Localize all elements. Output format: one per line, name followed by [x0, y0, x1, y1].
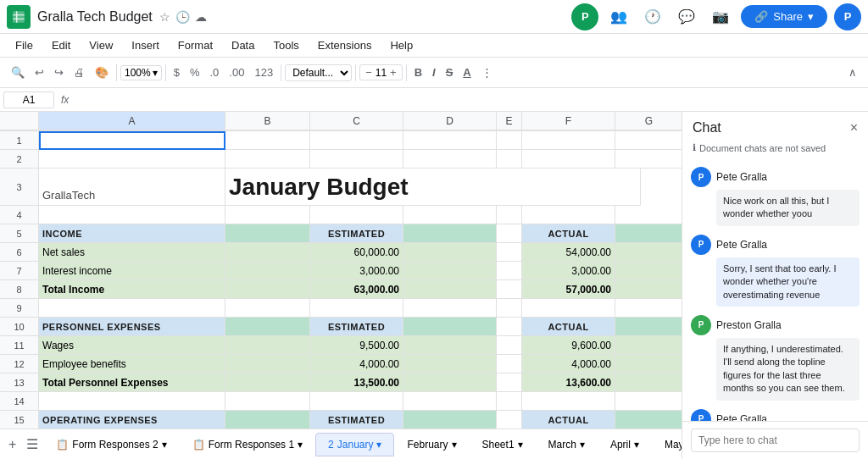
formula-input[interactable] [75, 91, 865, 108]
menu-edit[interactable]: Edit [43, 36, 79, 55]
cell-B9[interactable] [225, 299, 310, 318]
cell-F4[interactable] [522, 206, 615, 224]
currency-btn[interactable]: $ [170, 64, 184, 80]
history-icon[interactable]: 🕒 [175, 10, 190, 24]
cell-A1[interactable] [39, 131, 225, 150]
cell-D2[interactable] [403, 150, 497, 169]
print-btn[interactable]: 🖨 [70, 64, 89, 81]
cell-G9[interactable] [615, 299, 682, 318]
cell-D7[interactable] [403, 262, 497, 280]
menu-extensions[interactable]: Extensions [309, 36, 381, 55]
cell-E14[interactable] [497, 392, 522, 411]
cell-E2[interactable] [497, 150, 522, 169]
menu-data[interactable]: Data [223, 36, 263, 55]
cell-A14[interactable] [39, 392, 225, 411]
cell-D8[interactable] [403, 280, 497, 299]
col-header-B[interactable]: B [225, 112, 310, 130]
menu-format[interactable]: Format [170, 36, 221, 55]
cell-E10[interactable] [497, 318, 522, 336]
contacts-icon-btn[interactable]: 👥 [605, 3, 632, 30]
cell-A9[interactable] [39, 299, 225, 318]
sheet-tab-february[interactable]: February ▾ [394, 433, 469, 456]
share-button[interactable]: 🔗 Share ▾ [741, 5, 827, 28]
cell-F9[interactable] [522, 299, 615, 318]
cell-B6[interactable] [225, 243, 310, 262]
col-header-F[interactable]: F [522, 112, 615, 130]
cell-B1[interactable] [225, 131, 310, 150]
cell-E11[interactable] [497, 336, 522, 355]
cell-A15[interactable]: OPERATING EXPENSES [39, 411, 225, 429]
cell-G12[interactable] [615, 355, 682, 373]
cell-F12[interactable]: 4,000.00 [522, 355, 615, 373]
cell-C6[interactable]: 60,000.00 [310, 243, 403, 262]
sheet-tab-form-responses-2[interactable]: 📋 Form Responses 2 ▾ [43, 433, 179, 456]
user-avatar-p[interactable]: P [571, 3, 598, 30]
decimal1-btn[interactable]: .0 [206, 64, 224, 80]
cell-C14[interactable] [310, 392, 403, 411]
font-size-control[interactable]: − 11 + [359, 64, 403, 80]
cell-E1[interactable] [497, 131, 522, 150]
cell-A6[interactable]: Net sales [39, 243, 225, 262]
font-size-increase[interactable]: + [388, 66, 398, 79]
cell-B12[interactable] [225, 355, 310, 373]
cell-B8[interactable] [225, 280, 310, 299]
font-select[interactable]: Default... [285, 64, 352, 81]
spreadsheet-scroll[interactable]: A B C D E F G H I J 1 [0, 112, 682, 429]
number-format-btn[interactable]: 123 [250, 64, 277, 80]
cloud-icon[interactable]: ☁ [195, 10, 207, 24]
cell-A5[interactable]: INCOME [39, 224, 225, 243]
cell-C15[interactable]: ESTIMATED [310, 411, 403, 429]
cell-F5[interactable]: ACTUAL [522, 224, 615, 243]
cell-G1[interactable] [615, 131, 682, 150]
menu-file[interactable]: File [7, 36, 42, 55]
cell-E7[interactable] [497, 262, 522, 280]
cell-B14[interactable] [225, 392, 310, 411]
cell-A12[interactable]: Employee benefits [39, 355, 225, 373]
cell-D13[interactable] [403, 373, 497, 392]
cell-B15[interactable] [225, 411, 310, 429]
cell-F7[interactable]: 3,000.00 [522, 262, 615, 280]
decimal2-btn[interactable]: .00 [225, 64, 248, 80]
cell-D14[interactable] [403, 392, 497, 411]
cell-E9[interactable] [497, 299, 522, 318]
cell-F15[interactable]: ACTUAL [522, 411, 615, 429]
sheet-tab-form-responses-1[interactable]: 📋 Form Responses 1 ▾ [180, 433, 315, 456]
cell-A7[interactable]: Interest income [39, 262, 225, 280]
cell-C13[interactable]: 13,500.00 [310, 373, 403, 392]
cell-D11[interactable] [403, 336, 497, 355]
cell-D15[interactable] [403, 411, 497, 429]
cell-B4[interactable] [225, 206, 310, 224]
sheet-tab-april[interactable]: April ▾ [598, 433, 652, 456]
cell-A10[interactable]: PERSONNEL EXPENSES [39, 318, 225, 336]
col-header-G[interactable]: G [615, 112, 682, 130]
add-sheet-btn[interactable]: + [3, 434, 21, 456]
cell-E12[interactable] [497, 355, 522, 373]
cell-E8[interactable] [497, 280, 522, 299]
cell-B2[interactable] [225, 150, 310, 169]
cell-E6[interactable] [497, 243, 522, 262]
cell-B11[interactable] [225, 336, 310, 355]
cell-F11[interactable]: 9,600.00 [522, 336, 615, 355]
cell-C9[interactable] [310, 299, 403, 318]
camera-btn[interactable]: 📷 [707, 3, 734, 30]
cell-E13[interactable] [497, 373, 522, 392]
cell-F10[interactable]: ACTUAL [522, 318, 615, 336]
italic-btn[interactable]: I [428, 64, 440, 80]
cell-C8[interactable]: 63,000.00 [310, 280, 403, 299]
menu-insert[interactable]: Insert [123, 36, 168, 55]
cell-C4[interactable] [310, 206, 403, 224]
zoom-control[interactable]: 100% ▾ [120, 65, 162, 80]
col-header-A[interactable]: A [39, 112, 225, 130]
cell-C1[interactable] [310, 131, 403, 150]
redo-btn[interactable]: ↪ [50, 64, 68, 81]
cell-G2[interactable] [615, 150, 682, 169]
cell-B7[interactable] [225, 262, 310, 280]
underline-btn[interactable]: A [459, 64, 475, 80]
cell-D4[interactable] [403, 206, 497, 224]
user-avatar-main[interactable]: P [834, 3, 861, 30]
sheet-tab-march[interactable]: March ▾ [536, 433, 598, 456]
sheet-tab-may[interactable]: May ▾ [652, 433, 682, 456]
menu-view[interactable]: View [81, 36, 121, 55]
cell-F8[interactable]: 57,000.00 [522, 280, 615, 299]
bold-btn[interactable]: B [410, 64, 426, 80]
